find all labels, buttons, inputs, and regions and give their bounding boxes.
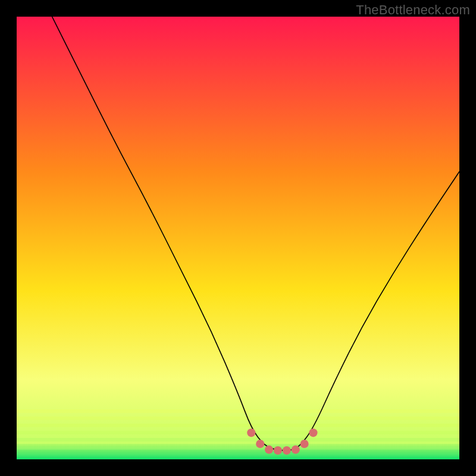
svg-rect-1 (17, 409, 459, 413)
watermark-text: TheBottleneck.com (356, 2, 470, 18)
svg-rect-5 (17, 438, 459, 441)
svg-rect-6 (17, 444, 459, 447)
svg-rect-2 (17, 416, 459, 420)
svg-rect-7 (17, 450, 459, 453)
svg-rect-4 (17, 431, 459, 434)
chart-frame (17, 17, 459, 459)
gradient-background (17, 17, 459, 459)
svg-rect-0 (17, 17, 459, 459)
svg-rect-3 (17, 424, 459, 427)
